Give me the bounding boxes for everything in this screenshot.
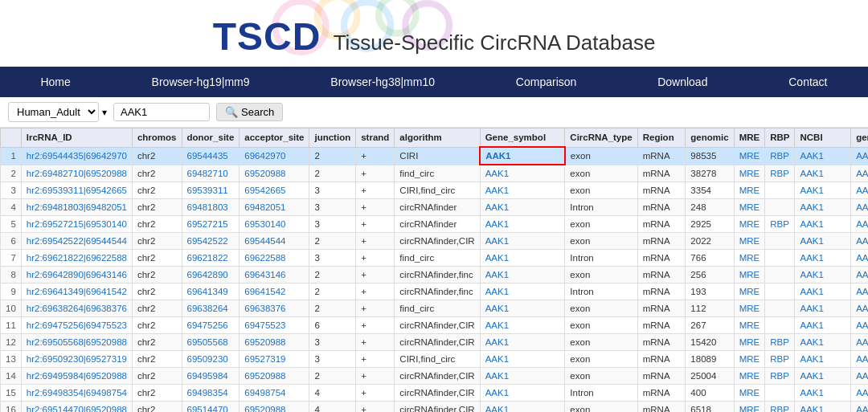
cell-rbp[interactable]: RBP — [765, 216, 795, 233]
species-dropdown[interactable]: Human_Adult Human_Fetal Mouse_Adult Mous… — [8, 102, 99, 122]
cell-gene-symbol[interactable]: AAK1 — [480, 267, 565, 284]
cell-acceptor-site[interactable]: 69530140 — [240, 216, 309, 233]
cell-ncbi[interactable]: AAK1 — [795, 267, 851, 284]
cell-acceptor-site[interactable]: 69642970 — [240, 147, 309, 165]
cell-genecards[interactable]: AAK1 — [851, 402, 868, 413]
cell-gene-symbol[interactable]: AAK1 — [480, 334, 565, 351]
cell-lrcrna-id[interactable]: hr2:69642890|69643146 — [21, 267, 132, 284]
cell-donor-site[interactable]: 69498354 — [182, 385, 240, 402]
cell-donor-site[interactable]: 69481803 — [182, 199, 240, 216]
cell-acceptor-site[interactable]: 69542665 — [240, 182, 309, 199]
cell-genecards[interactable]: AAK1 — [851, 267, 868, 284]
cell-genecards[interactable]: AAK1 — [851, 199, 868, 216]
table-row[interactable]: 2hr2:69482710|69520988chr269482710695209… — [1, 165, 869, 182]
table-row[interactable]: 11hr2:69475256|69475523chr26947525669475… — [1, 317, 869, 334]
cell-donor-site[interactable]: 69509230 — [182, 351, 240, 368]
cell-lrcrna-id[interactable]: hr2:69495984|69520988 — [21, 368, 132, 385]
table-row[interactable]: 13hr2:69509230|69527319chr26950923069527… — [1, 351, 869, 368]
cell-ncbi[interactable]: AAK1 — [795, 147, 851, 165]
cell-mre[interactable]: MRE — [734, 351, 765, 368]
cell-gene-symbol[interactable]: AAK1 — [480, 165, 565, 182]
cell-lrcrna-id[interactable]: hr2:69638264|69638376 — [21, 300, 132, 317]
cell-acceptor-site[interactable]: 69498754 — [240, 385, 309, 402]
cell-mre[interactable]: MRE — [734, 368, 765, 385]
cell-ncbi[interactable]: AAK1 — [795, 402, 851, 413]
cell-donor-site[interactable]: 69539311 — [182, 182, 240, 199]
cell-genecards[interactable]: AAK1 — [851, 165, 868, 182]
cell-donor-site[interactable]: 69475256 — [182, 317, 240, 334]
cell-gene-symbol[interactable]: AAK1 — [480, 368, 565, 385]
cell-genecards[interactable]: AAK1 — [851, 250, 868, 267]
cell-genecards[interactable]: AAK1 — [851, 368, 868, 385]
table-row[interactable]: 16hr2:69514470|69520988chr26951447069520… — [1, 402, 869, 413]
cell-mre[interactable]: MRE — [734, 147, 765, 165]
cell-lrcrna-id[interactable]: hr2:69621822|69622588 — [21, 250, 132, 267]
cell-mre[interactable]: MRE — [734, 233, 765, 250]
cell-lrcrna-id[interactable]: hr2:69527215|69530140 — [21, 216, 132, 233]
cell-acceptor-site[interactable]: 69527319 — [240, 351, 309, 368]
table-row[interactable]: 3hr2:69539311|69542665chr269539311695426… — [1, 182, 869, 199]
cell-genecards[interactable]: AAK1 — [851, 182, 868, 199]
cell-genecards[interactable]: AAK1 — [851, 300, 868, 317]
cell-donor-site[interactable]: 69544435 — [182, 147, 240, 165]
cell-gene-symbol[interactable]: AAK1 — [480, 182, 565, 199]
cell-donor-site[interactable]: 69527215 — [182, 216, 240, 233]
cell-mre[interactable]: MRE — [734, 402, 765, 413]
nav-home[interactable]: Home — [27, 69, 83, 95]
cell-mre[interactable]: MRE — [734, 300, 765, 317]
cell-acceptor-site[interactable]: 69520988 — [240, 334, 309, 351]
cell-ncbi[interactable]: AAK1 — [795, 284, 851, 300]
cell-acceptor-site[interactable]: 69641542 — [240, 284, 309, 300]
cell-lrcrna-id[interactable]: hr2:69539311|69542665 — [21, 182, 132, 199]
cell-genecards[interactable]: AAK1 — [851, 385, 868, 402]
table-row[interactable]: 1hr2:69544435|69642970chr269544435696429… — [1, 147, 869, 165]
nav-comparison[interactable]: Comparison — [503, 69, 589, 95]
cell-rbp[interactable]: RBP — [765, 147, 795, 165]
cell-donor-site[interactable]: 69482710 — [182, 165, 240, 182]
cell-mre[interactable]: MRE — [734, 165, 765, 182]
cell-mre[interactable]: MRE — [734, 182, 765, 199]
cell-acceptor-site[interactable]: 69544544 — [240, 233, 309, 250]
cell-ncbi[interactable]: AAK1 — [795, 317, 851, 334]
table-row[interactable]: 9hr2:69641349|69641542chr269641349696415… — [1, 284, 869, 300]
cell-genecards[interactable]: AAK1 — [851, 351, 868, 368]
cell-gene-symbol[interactable]: AAK1 — [480, 216, 565, 233]
search-input[interactable] — [113, 103, 210, 121]
table-row[interactable]: 10hr2:69638264|69638376chr26963826469638… — [1, 300, 869, 317]
cell-genecards[interactable]: AAK1 — [851, 284, 868, 300]
cell-acceptor-site[interactable]: 69622588 — [240, 250, 309, 267]
cell-mre[interactable]: MRE — [734, 284, 765, 300]
nav-contact[interactable]: Contact — [776, 69, 840, 95]
cell-donor-site[interactable]: 69514470 — [182, 402, 240, 413]
cell-ncbi[interactable]: AAK1 — [795, 250, 851, 267]
cell-gene-symbol[interactable]: AAK1 — [480, 250, 565, 267]
cell-donor-site[interactable]: 69495984 — [182, 368, 240, 385]
cell-genecards[interactable]: AAK1 — [851, 147, 868, 165]
cell-lrcrna-id[interactable]: hr2:69544435|69642970 — [21, 147, 132, 165]
cell-rbp[interactable]: RBP — [765, 334, 795, 351]
cell-ncbi[interactable]: AAK1 — [795, 385, 851, 402]
cell-gene-symbol[interactable]: AAK1 — [480, 317, 565, 334]
cell-lrcrna-id[interactable]: hr2:69505568|69520988 — [21, 334, 132, 351]
cell-genecards[interactable]: AAK1 — [851, 216, 868, 233]
cell-acceptor-site[interactable]: 69482051 — [240, 199, 309, 216]
cell-rbp[interactable]: RBP — [765, 368, 795, 385]
cell-mre[interactable]: MRE — [734, 385, 765, 402]
cell-mre[interactable]: MRE — [734, 317, 765, 334]
nav-browser-hg38[interactable]: Browser-hg38|mm10 — [317, 69, 448, 95]
cell-acceptor-site[interactable]: 69520988 — [240, 368, 309, 385]
search-button[interactable]: 🔍 Search — [216, 103, 283, 121]
table-row[interactable]: 8hr2:69642890|69643146chr269642890696431… — [1, 267, 869, 284]
table-row[interactable]: 5hr2:69527215|69530140chr269527215695301… — [1, 216, 869, 233]
cell-gene-symbol[interactable]: AAK1 — [480, 402, 565, 413]
table-row[interactable]: 14hr2:69495984|69520988chr26949598469520… — [1, 368, 869, 385]
cell-acceptor-site[interactable]: 69475523 — [240, 317, 309, 334]
nav-download[interactable]: Download — [645, 69, 720, 95]
table-row[interactable]: 15hr2:69498354|69498754chr26949835469498… — [1, 385, 869, 402]
cell-ncbi[interactable]: AAK1 — [795, 199, 851, 216]
cell-ncbi[interactable]: AAK1 — [795, 165, 851, 182]
cell-lrcrna-id[interactable]: hr2:69514470|69520988 — [21, 402, 132, 413]
cell-donor-site[interactable]: 69542522 — [182, 233, 240, 250]
cell-mre[interactable]: MRE — [734, 199, 765, 216]
cell-ncbi[interactable]: AAK1 — [795, 216, 851, 233]
